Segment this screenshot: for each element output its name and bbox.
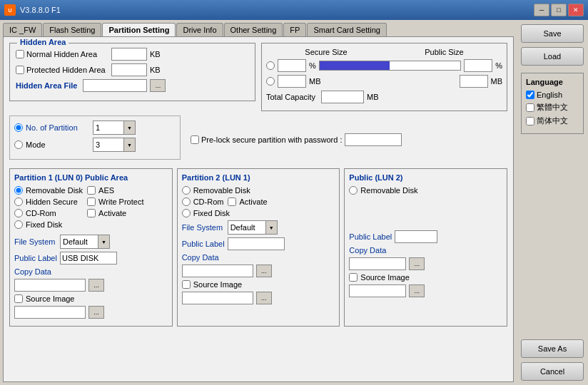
secure-mb-input[interactable] (278, 75, 306, 88)
p1-source-image-row: Source Image (14, 294, 168, 303)
no-of-partition-combo[interactable]: 1 ▼ (93, 120, 136, 135)
p1-source-image-checkbox[interactable] (14, 294, 23, 303)
protected-hidden-checkbox[interactable] (16, 66, 24, 74)
p2-public-label-row: Public Label (182, 237, 335, 250)
tab-flash-setting[interactable]: Flash Setting (43, 23, 101, 36)
mb-radio[interactable] (266, 77, 275, 86)
p2-source-image-input[interactable] (182, 292, 253, 304)
lun2-copy-data-input[interactable] (349, 257, 406, 270)
english-option[interactable]: English (526, 91, 579, 99)
cancel-button[interactable]: Cancel (521, 362, 584, 381)
partitions-row: Partition 1 (LUN 0) Public Area Removabl… (9, 168, 507, 327)
p2-removable-radio[interactable] (182, 186, 191, 195)
p2-copy-data-input[interactable] (182, 265, 253, 277)
mode-arrow[interactable]: ▼ (123, 138, 135, 151)
public-lun2-box: Public (LUN 2) Removable Disk Public Lab… (344, 168, 507, 327)
lun2-copy-data-label: Copy Data (349, 246, 386, 255)
lun2-source-image-checkbox[interactable] (349, 273, 358, 282)
prelock-label[interactable]: Pre-lock secure partition with password … (191, 135, 342, 144)
normal-hidden-checkbox[interactable] (16, 50, 24, 58)
english-checkbox[interactable] (526, 91, 534, 99)
p1-copy-data-input[interactable] (14, 279, 86, 292)
protected-hidden-label[interactable]: Protected Hidden Area (16, 66, 108, 74)
p1-hidden-label: Hidden Secure (26, 197, 78, 206)
p2-cdrom-radio[interactable] (182, 197, 191, 206)
lun2-source-browse[interactable]: ... (409, 284, 425, 297)
save-as-button[interactable]: Save As (521, 339, 584, 358)
protected-hidden-input[interactable] (111, 63, 147, 76)
p1-public-label-input[interactable] (60, 252, 117, 265)
traditional-chinese-option[interactable]: 繁體中文 (526, 102, 579, 113)
p1-filesystem-combo[interactable]: Default ▼ (60, 235, 110, 249)
tab-fp[interactable]: FP (283, 23, 306, 36)
p1-public-label-text: Public Label (14, 254, 57, 262)
p1-filesystem-value: Default (61, 237, 98, 246)
p1-cdrom-row: CD-Rom (14, 209, 83, 217)
tab-smart-card[interactable]: Smart Card Setting (307, 23, 387, 36)
no-of-partition-radio[interactable] (14, 123, 23, 132)
tab-bar: IC _FW Flash Setting Partition Setting D… (3, 23, 514, 36)
normal-hidden-label[interactable]: Normal Hidden Area (16, 50, 108, 58)
lun2-copy-data-input-row: ... (349, 257, 502, 270)
english-label: English (537, 91, 562, 99)
lun2-copy-data-browse[interactable]: ... (409, 257, 425, 270)
total-capacity-unit: MB (367, 93, 379, 101)
tab-partition-setting[interactable]: Partition Setting (102, 23, 176, 36)
secure-percent-input[interactable] (278, 59, 306, 72)
lun2-removable-radio[interactable] (349, 186, 358, 195)
percent-radio[interactable] (266, 61, 275, 70)
secure-size-label: Secure Size (305, 48, 347, 56)
close-button[interactable]: ✕ (568, 4, 584, 16)
public-mb-input[interactable] (460, 75, 488, 88)
simplified-chinese-option[interactable]: 简体中文 (526, 115, 579, 126)
maximize-button[interactable]: □ (551, 4, 567, 16)
p1-source-image-input[interactable] (14, 306, 86, 319)
tab-ic-fw[interactable]: IC _FW (3, 23, 42, 36)
hidden-area-file-input[interactable] (83, 79, 147, 92)
size-slider[interactable] (319, 61, 461, 71)
p1-fixed-radio[interactable] (14, 220, 23, 229)
p1-activate-checkbox[interactable] (87, 209, 96, 217)
p1-source-browse[interactable]: ... (88, 306, 104, 319)
hidden-area-browse-button[interactable]: ... (150, 79, 166, 92)
save-button[interactable]: Save (521, 24, 584, 43)
traditional-chinese-checkbox[interactable] (526, 103, 534, 112)
p1-aes-label: AES (98, 186, 114, 195)
simplified-chinese-checkbox[interactable] (526, 117, 534, 125)
p1-removable-radio[interactable] (14, 186, 23, 195)
no-of-partition-arrow[interactable]: ▼ (123, 121, 135, 134)
p1-cdrom-radio[interactable] (14, 209, 23, 217)
prelock-password-input[interactable] (345, 133, 402, 146)
svg-text:U: U (8, 8, 11, 13)
p1-wp-row: Write Protect (87, 197, 143, 206)
p2-filesystem-arrow[interactable]: ▼ (265, 221, 277, 234)
tab-other-setting[interactable]: Other Setting (224, 23, 283, 36)
title-bar: U V3.8.8.0 F1 ─ □ ✕ (0, 0, 588, 20)
main-content: IC _FW Flash Setting Partition Setting D… (0, 20, 588, 385)
p1-copy-data-browse[interactable]: ... (88, 279, 104, 292)
p2-activate-checkbox[interactable] (228, 197, 236, 206)
prelock-checkbox[interactable] (191, 135, 199, 144)
p2-copy-data-browse[interactable]: ... (256, 265, 272, 277)
p2-fixed-radio[interactable] (182, 209, 191, 217)
p2-public-label-input[interactable] (228, 237, 285, 250)
tab-drive-info[interactable]: Drive Info (176, 23, 223, 36)
p1-filesystem-arrow[interactable]: ▼ (98, 235, 109, 248)
minimize-button[interactable]: ─ (534, 4, 549, 16)
lun2-source-image-input[interactable] (349, 284, 406, 297)
normal-hidden-input[interactable] (111, 48, 147, 61)
top-section: Hidden Area Normal Hidden Area KB (9, 43, 507, 111)
p1-aes-checkbox[interactable] (87, 186, 96, 195)
p2-filesystem-combo[interactable]: Default ▼ (228, 220, 278, 235)
public-percent-input[interactable] (464, 59, 492, 72)
total-capacity-input[interactable] (321, 91, 364, 103)
mode-combo[interactable]: 3 ▼ (93, 138, 136, 152)
load-button[interactable]: Load (521, 47, 584, 66)
p1-hidden-radio[interactable] (14, 197, 23, 206)
secure-public-section: Secure Size Public Size % % (261, 43, 507, 111)
p2-source-browse[interactable]: ... (256, 292, 272, 304)
lun2-public-label-input[interactable] (395, 230, 437, 243)
mode-radio[interactable] (14, 140, 23, 149)
p1-write-protect-checkbox[interactable] (87, 197, 96, 206)
p2-source-image-checkbox[interactable] (182, 280, 191, 289)
